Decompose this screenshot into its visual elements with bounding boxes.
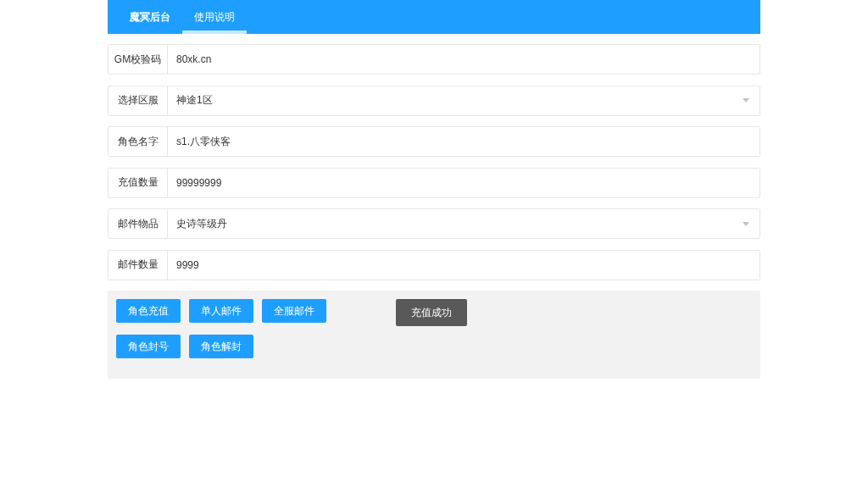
select-mail-item[interactable]: 史诗等级丹 [168, 209, 760, 238]
single-mail-button[interactable]: 单人邮件 [189, 299, 253, 323]
form-section: GM校验码 选择区服 神途1区 角色名字 充值数量 邮件物品 史诗等级丹 [108, 34, 760, 379]
label-server: 选择区服 [108, 86, 168, 115]
recharge-button[interactable]: 角色充值 [116, 299, 181, 323]
chevron-down-icon [743, 222, 749, 226]
nav-tab-instructions[interactable]: 使用说明 [182, 0, 247, 34]
label-role-name: 角色名字 [108, 127, 168, 156]
ban-button[interactable]: 角色封号 [116, 335, 181, 358]
chevron-down-icon [743, 98, 749, 102]
status-toast: 充值成功 [396, 299, 467, 326]
field-recharge-amount: 充值数量 [108, 168, 760, 198]
select-server-value: 神途1区 [176, 93, 743, 108]
top-nav: 魔冥后台 使用说明 [108, 0, 760, 34]
label-mail-quantity: 邮件数量 [108, 251, 168, 280]
field-server: 选择区服 神途1区 [108, 86, 760, 116]
select-mail-item-value: 史诗等级丹 [176, 217, 743, 231]
input-role-name[interactable] [168, 127, 760, 156]
input-recharge-amount[interactable] [168, 169, 760, 197]
input-mail-quantity[interactable] [168, 251, 760, 280]
unban-button[interactable]: 角色解封 [189, 335, 253, 358]
label-gm-code: GM校验码 [108, 45, 168, 74]
global-mail-button[interactable]: 全服邮件 [262, 299, 326, 323]
action-panel: 角色充值 单人邮件 全服邮件 角色封号 角色解封 充值成功 [108, 291, 760, 379]
input-gm-code[interactable] [168, 45, 760, 74]
label-recharge-amount: 充值数量 [108, 169, 168, 197]
field-gm-code: GM校验码 [108, 44, 760, 75]
field-role-name: 角色名字 [108, 126, 760, 157]
field-mail-quantity: 邮件数量 [108, 250, 760, 280]
label-mail-item: 邮件物品 [108, 209, 168, 238]
field-mail-item: 邮件物品 史诗等级丹 [108, 208, 760, 239]
nav-tab-backend[interactable]: 魔冥后台 [118, 0, 182, 34]
select-server[interactable]: 神途1区 [168, 86, 760, 115]
